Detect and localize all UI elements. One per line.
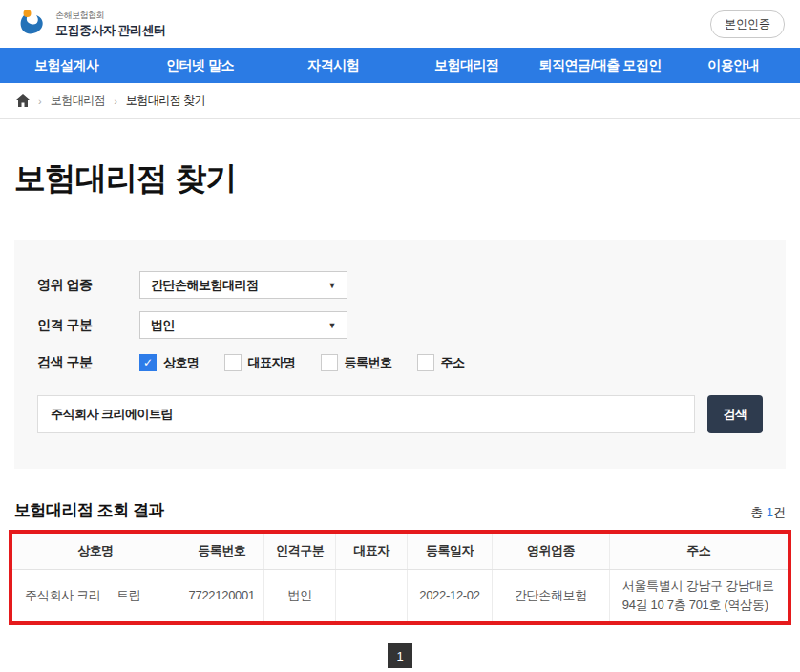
unchecked-checkbox-icon[interactable] [321,354,338,371]
breadcrumb-level2[interactable]: 보험대리점 찾기 [126,93,205,109]
identity-verify-button[interactable]: 본인인증 [710,10,785,38]
home-icon[interactable] [16,94,30,107]
results-table: 상호명 등록번호 인격구분 대표자 등록일자 영위업종 주소 주식회사 크리 트… [12,534,788,621]
table-row[interactable]: 주식회사 크리 트립 7722120001 법인 2022-12-02 간단손해… [12,569,788,621]
results-total: 총 1건 [750,504,786,521]
knia-logo-icon [15,6,48,42]
nav-item-guide[interactable]: 이용안내 [666,48,800,83]
checkbox-company-name[interactable]: ✓ 상호명 [139,354,200,371]
entity-type-row: 인격 구분 법인 ▼ [37,311,763,339]
top-header: 손해보험협회 모집종사자 관리센터 본인인증 [0,0,800,48]
search-type-label: 검색 구분 [37,354,139,371]
search-type-row: 검색 구분 ✓ 상호명 대표자명 등록번호 주소 [37,354,763,371]
cell-company-name: 주식회사 크리 트립 [12,569,179,621]
checked-checkbox-icon[interactable]: ✓ [139,354,157,371]
search-panel: 영위 업종 간단손해보험대리점 ▼ 인격 구분 법인 ▼ 검색 구분 ✓ 상호명 [14,240,786,469]
cell-registration-date: 2022-12-02 [407,569,492,621]
business-type-select[interactable]: 간단손해보험대리점 ▼ [139,271,347,299]
checkbox-registration-number[interactable]: 등록번호 [321,354,392,371]
entity-type-selected-value: 법인 [151,317,175,334]
main-navigation: 보험설계사 인터넷 말소 자격시험 보험대리점 퇴직연금/대출 모집인 이용안내 [0,48,800,83]
business-type-label: 영위 업종 [37,277,139,294]
breadcrumb-separator-icon: › [38,95,42,107]
page-title: 보험대리점 찾기 [14,158,786,200]
checkbox-address[interactable]: 주소 [417,354,465,371]
cell-entity-type: 법인 [264,569,336,621]
col-business-type: 영위업종 [493,534,610,569]
cell-address: 서울특별시 강남구 강남대로94길 10 7층 701호 (역삼동) [609,569,788,621]
business-type-selected-value: 간단손해보험대리점 [151,277,259,294]
chevron-down-icon: ▼ [328,281,336,290]
logo-center-name: 모집종사자 관리센터 [55,22,166,39]
checkbox-representative-name[interactable]: 대표자명 [224,354,296,371]
checkbox-label: 등록번호 [345,354,392,371]
col-registration-date: 등록일자 [407,534,492,569]
col-address: 주소 [609,534,788,569]
nav-item-insurance-planner[interactable]: 보험설계사 [0,48,134,83]
nav-item-qualification-exam[interactable]: 자격시험 [266,48,400,83]
pagination: 1 [14,643,786,668]
page-button-1[interactable]: 1 [388,643,412,668]
breadcrumb-separator-icon: › [114,95,117,107]
results-header: 보험대리점 조회 결과 총 1건 [14,499,786,521]
search-keyword-input[interactable] [37,395,695,433]
results-title: 보험대리점 조회 결과 [14,499,164,521]
cell-representative [336,569,408,621]
nav-item-insurance-agency[interactable]: 보험대리점 [400,48,534,83]
logo-text: 손해보험협회 모집종사자 관리센터 [55,10,166,39]
total-suffix: 건 [773,505,786,519]
unchecked-checkbox-icon[interactable] [417,354,434,371]
breadcrumb-level1[interactable]: 보험대리점 [51,93,106,109]
col-entity-type: 인격구분 [264,534,336,569]
total-prefix: 총 [750,505,767,519]
unchecked-checkbox-icon[interactable] [224,354,242,371]
table-header-row: 상호명 등록번호 인격구분 대표자 등록일자 영위업종 주소 [12,534,788,569]
search-type-options: ✓ 상호명 대표자명 등록번호 주소 [139,354,465,371]
entity-type-select[interactable]: 법인 ▼ [139,311,347,339]
site-logo[interactable]: 손해보험협회 모집종사자 관리센터 [15,6,166,42]
chevron-down-icon: ▼ [328,321,336,330]
cell-registration-number: 7722120001 [179,569,264,621]
col-company-name: 상호명 [12,534,179,569]
checkbox-label: 상호명 [163,354,200,371]
nav-item-internet-cancellation[interactable]: 인터넷 말소 [134,48,267,83]
col-registration-number: 등록번호 [179,534,264,569]
keyword-row: 검색 [37,395,763,433]
page-body: 보험대리점 찾기 영위 업종 간단손해보험대리점 ▼ 인격 구분 법인 ▼ 검색… [0,158,800,668]
total-count: 1 [767,505,773,519]
checkbox-label: 대표자명 [248,354,296,371]
red-highlight-box: 상호명 등록번호 인격구분 대표자 등록일자 영위업종 주소 주식회사 크리 트… [9,530,791,625]
search-button[interactable]: 검색 [707,395,763,433]
entity-type-label: 인격 구분 [37,317,139,334]
breadcrumb: › 보험대리점 › 보험대리점 찾기 [0,83,800,119]
col-representative: 대표자 [336,534,408,569]
checkbox-label: 주소 [441,354,465,371]
nav-item-pension-loan-recruiter[interactable]: 퇴직연금/대출 모집인 [534,48,667,83]
logo-org-name: 손해보험협회 [55,10,166,22]
cell-business-type: 간단손해보험 [493,569,610,621]
business-type-row: 영위 업종 간단손해보험대리점 ▼ [37,271,763,299]
